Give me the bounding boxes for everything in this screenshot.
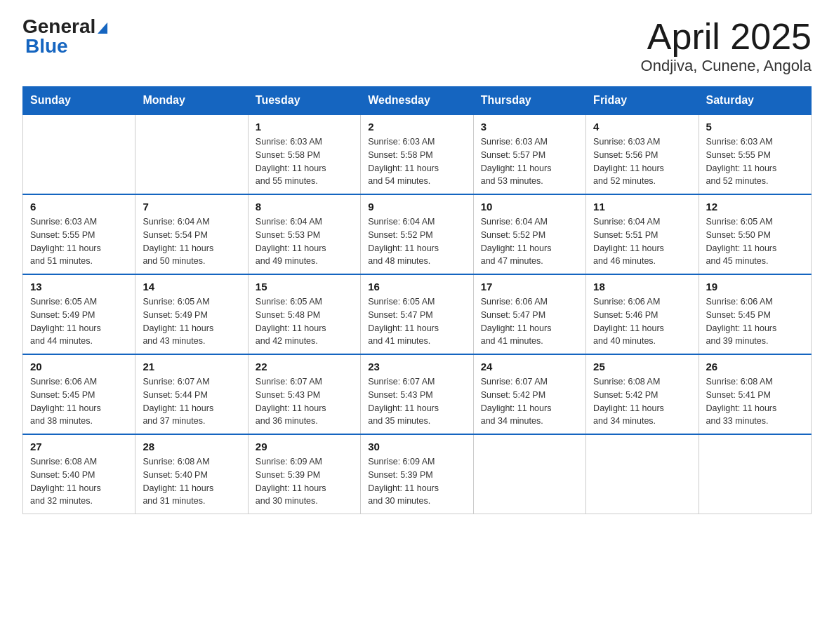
- day-info: Sunrise: 6:05 AMSunset: 5:49 PMDaylight:…: [30, 295, 128, 348]
- header-saturday: Saturday: [699, 87, 811, 115]
- day-number: 3: [481, 121, 578, 133]
- calendar-cell: 29Sunrise: 6:09 AMSunset: 5:39 PMDayligh…: [248, 434, 360, 514]
- day-number: 19: [706, 281, 804, 293]
- calendar-cell: 3Sunrise: 6:03 AMSunset: 5:57 PMDaylight…: [473, 114, 585, 194]
- day-number: 14: [143, 281, 240, 293]
- day-info: Sunrise: 6:04 AMSunset: 5:52 PMDaylight:…: [481, 215, 578, 268]
- day-info: Sunrise: 6:04 AMSunset: 5:52 PMDaylight:…: [368, 215, 465, 268]
- day-info: Sunrise: 6:07 AMSunset: 5:43 PMDaylight:…: [368, 375, 465, 428]
- day-info: Sunrise: 6:09 AMSunset: 5:39 PMDaylight:…: [368, 455, 465, 508]
- day-number: 18: [593, 281, 691, 293]
- day-info: Sunrise: 6:05 AMSunset: 5:47 PMDaylight:…: [368, 295, 465, 348]
- calendar-cell: 20Sunrise: 6:06 AMSunset: 5:45 PMDayligh…: [23, 354, 135, 434]
- day-number: 13: [30, 281, 128, 293]
- page-header: General Blue April 2025 Ondjiva, Cunene,…: [22, 17, 812, 75]
- day-number: 25: [593, 361, 691, 373]
- day-info: Sunrise: 6:03 AMSunset: 5:55 PMDaylight:…: [30, 215, 128, 268]
- calendar-cell: 4Sunrise: 6:03 AMSunset: 5:56 PMDaylight…: [586, 114, 699, 194]
- calendar-cell: 13Sunrise: 6:05 AMSunset: 5:49 PMDayligh…: [23, 274, 135, 354]
- day-info: Sunrise: 6:03 AMSunset: 5:56 PMDaylight:…: [593, 135, 691, 188]
- day-number: 29: [256, 441, 353, 452]
- day-number: 8: [256, 201, 353, 213]
- day-info: Sunrise: 6:04 AMSunset: 5:54 PMDaylight:…: [143, 215, 240, 268]
- calendar-cell: 5Sunrise: 6:03 AMSunset: 5:55 PMDaylight…: [699, 114, 811, 194]
- calendar-cell: 24Sunrise: 6:07 AMSunset: 5:42 PMDayligh…: [473, 354, 585, 434]
- week-row-2: 6Sunrise: 6:03 AMSunset: 5:55 PMDaylight…: [23, 194, 812, 274]
- day-number: 16: [368, 281, 465, 293]
- day-info: Sunrise: 6:06 AMSunset: 5:46 PMDaylight:…: [593, 295, 691, 348]
- day-info: Sunrise: 6:07 AMSunset: 5:44 PMDaylight:…: [143, 375, 240, 428]
- day-info: Sunrise: 6:05 AMSunset: 5:48 PMDaylight:…: [256, 295, 353, 348]
- day-number: 17: [481, 281, 578, 293]
- calendar-cell: 19Sunrise: 6:06 AMSunset: 5:45 PMDayligh…: [699, 274, 811, 354]
- calendar-cell: 8Sunrise: 6:04 AMSunset: 5:53 PMDaylight…: [248, 194, 360, 274]
- week-row-1: 1Sunrise: 6:03 AMSunset: 5:58 PMDaylight…: [23, 114, 812, 194]
- calendar-cell: 14Sunrise: 6:05 AMSunset: 5:49 PMDayligh…: [135, 274, 248, 354]
- day-number: 7: [143, 201, 240, 213]
- logo-general-text: General: [22, 17, 95, 36]
- calendar-cell: 12Sunrise: 6:05 AMSunset: 5:50 PMDayligh…: [699, 194, 811, 274]
- day-number: 22: [256, 361, 353, 373]
- day-number: 24: [481, 361, 578, 373]
- day-number: 21: [143, 361, 240, 373]
- month-title: April 2025: [641, 17, 812, 57]
- calendar-cell: 7Sunrise: 6:04 AMSunset: 5:54 PMDaylight…: [135, 194, 248, 274]
- calendar-cell: 11Sunrise: 6:04 AMSunset: 5:51 PMDayligh…: [586, 194, 699, 274]
- day-number: 11: [593, 201, 691, 213]
- header-sunday: Sunday: [23, 87, 135, 115]
- day-info: Sunrise: 6:03 AMSunset: 5:58 PMDaylight:…: [368, 135, 465, 188]
- calendar-cell: 28Sunrise: 6:08 AMSunset: 5:40 PMDayligh…: [135, 434, 248, 514]
- day-number: 5: [706, 121, 804, 133]
- day-info: Sunrise: 6:06 AMSunset: 5:45 PMDaylight:…: [30, 375, 128, 428]
- calendar-cell: [135, 114, 248, 194]
- calendar-cell: 1Sunrise: 6:03 AMSunset: 5:58 PMDaylight…: [248, 114, 360, 194]
- day-info: Sunrise: 6:08 AMSunset: 5:40 PMDaylight:…: [30, 455, 128, 508]
- day-number: 28: [143, 441, 240, 452]
- day-number: 2: [368, 121, 465, 133]
- calendar-cell: [586, 434, 699, 514]
- calendar-cell: 9Sunrise: 6:04 AMSunset: 5:52 PMDaylight…: [361, 194, 473, 274]
- week-row-4: 20Sunrise: 6:06 AMSunset: 5:45 PMDayligh…: [23, 354, 812, 434]
- title-section: April 2025 Ondjiva, Cunene, Angola: [641, 17, 812, 75]
- calendar-cell: 21Sunrise: 6:07 AMSunset: 5:44 PMDayligh…: [135, 354, 248, 434]
- header-thursday: Thursday: [473, 87, 585, 115]
- day-number: 1: [256, 121, 353, 133]
- calendar-cell: 2Sunrise: 6:03 AMSunset: 5:58 PMDaylight…: [361, 114, 473, 194]
- header-friday: Friday: [586, 87, 699, 115]
- day-number: 27: [30, 441, 128, 452]
- calendar-cell: 23Sunrise: 6:07 AMSunset: 5:43 PMDayligh…: [361, 354, 473, 434]
- day-info: Sunrise: 6:06 AMSunset: 5:45 PMDaylight:…: [706, 295, 804, 348]
- day-info: Sunrise: 6:03 AMSunset: 5:58 PMDaylight:…: [256, 135, 353, 188]
- header-tuesday: Tuesday: [248, 87, 360, 115]
- calendar-cell: 30Sunrise: 6:09 AMSunset: 5:39 PMDayligh…: [361, 434, 473, 514]
- day-number: 4: [593, 121, 691, 133]
- logo-arrow-icon: [98, 22, 107, 34]
- calendar-cell: 22Sunrise: 6:07 AMSunset: 5:43 PMDayligh…: [248, 354, 360, 434]
- header-row: SundayMondayTuesdayWednesdayThursdayFrid…: [23, 87, 812, 115]
- calendar-cell: 6Sunrise: 6:03 AMSunset: 5:55 PMDaylight…: [23, 194, 135, 274]
- day-info: Sunrise: 6:08 AMSunset: 5:40 PMDaylight:…: [143, 455, 240, 508]
- day-info: Sunrise: 6:04 AMSunset: 5:51 PMDaylight:…: [593, 215, 691, 268]
- calendar-cell: 26Sunrise: 6:08 AMSunset: 5:41 PMDayligh…: [699, 354, 811, 434]
- day-info: Sunrise: 6:05 AMSunset: 5:50 PMDaylight:…: [706, 215, 804, 268]
- day-info: Sunrise: 6:09 AMSunset: 5:39 PMDaylight:…: [256, 455, 353, 508]
- day-info: Sunrise: 6:08 AMSunset: 5:42 PMDaylight:…: [593, 375, 691, 428]
- logo-blue-text: Blue: [22, 36, 68, 56]
- calendar-cell: 17Sunrise: 6:06 AMSunset: 5:47 PMDayligh…: [473, 274, 585, 354]
- day-number: 12: [706, 201, 804, 213]
- header-wednesday: Wednesday: [361, 87, 473, 115]
- calendar-cell: [23, 114, 135, 194]
- week-row-5: 27Sunrise: 6:08 AMSunset: 5:40 PMDayligh…: [23, 434, 812, 514]
- calendar-cell: 10Sunrise: 6:04 AMSunset: 5:52 PMDayligh…: [473, 194, 585, 274]
- day-number: 15: [256, 281, 353, 293]
- day-number: 26: [706, 361, 804, 373]
- calendar-cell: [699, 434, 811, 514]
- calendar-cell: 16Sunrise: 6:05 AMSunset: 5:47 PMDayligh…: [361, 274, 473, 354]
- day-info: Sunrise: 6:06 AMSunset: 5:47 PMDaylight:…: [481, 295, 578, 348]
- day-info: Sunrise: 6:05 AMSunset: 5:49 PMDaylight:…: [143, 295, 240, 348]
- day-info: Sunrise: 6:04 AMSunset: 5:53 PMDaylight:…: [256, 215, 353, 268]
- calendar-cell: [473, 434, 585, 514]
- day-number: 9: [368, 201, 465, 213]
- day-number: 10: [481, 201, 578, 213]
- calendar-cell: 27Sunrise: 6:08 AMSunset: 5:40 PMDayligh…: [23, 434, 135, 514]
